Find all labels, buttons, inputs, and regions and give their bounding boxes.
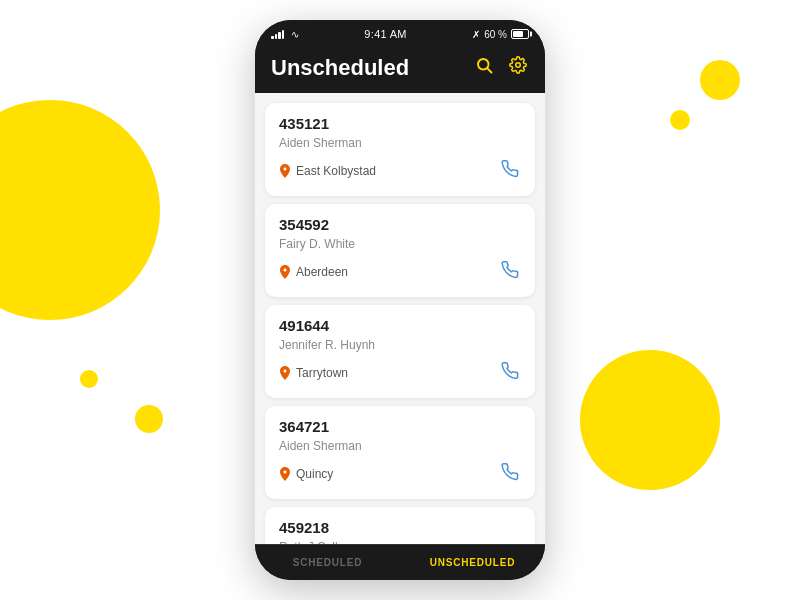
contact-card[interactable]: 435121 Aiden Sherman East Kolbystad bbox=[265, 103, 535, 196]
contact-name: Aiden Sherman bbox=[279, 439, 521, 453]
svg-line-1 bbox=[487, 68, 491, 72]
contact-card[interactable]: 459218 Ruth J Calloway bbox=[265, 507, 535, 544]
status-bar: ∿ 9:41 AM ✗ 60 % bbox=[255, 20, 545, 46]
status-right: ✗ 60 % bbox=[472, 29, 529, 40]
contact-city: Tarrytown bbox=[296, 366, 348, 380]
top-nav: Unscheduled bbox=[255, 46, 545, 93]
contact-id: 354592 bbox=[279, 216, 521, 233]
card-bottom: Quincy bbox=[279, 461, 521, 487]
status-time: 9:41 AM bbox=[364, 28, 406, 40]
bg-circle-5 bbox=[80, 370, 98, 388]
phone-icon bbox=[501, 261, 519, 279]
contact-card[interactable]: 491644 Jennifer R. Huynh Tarrytown bbox=[265, 305, 535, 398]
tab-unscheduled[interactable]: UNSCHEDULED bbox=[400, 545, 545, 580]
phone-icon bbox=[501, 463, 519, 481]
bg-circle-4 bbox=[670, 110, 690, 130]
nav-icons bbox=[473, 54, 529, 81]
contact-city: East Kolbystad bbox=[296, 164, 376, 178]
card-bottom: East Kolbystad bbox=[279, 158, 521, 184]
contact-location: Aberdeen bbox=[279, 265, 348, 279]
call-button[interactable] bbox=[499, 259, 521, 285]
contact-card[interactable]: 364721 Aiden Sherman Quincy bbox=[265, 406, 535, 499]
call-button[interactable] bbox=[499, 158, 521, 184]
tab-bar: SCHEDULED UNSCHEDULED bbox=[255, 544, 545, 580]
contact-name: Aiden Sherman bbox=[279, 136, 521, 150]
bg-circle-2 bbox=[580, 350, 720, 490]
battery-icon bbox=[511, 29, 529, 39]
contact-id: 459218 bbox=[279, 519, 521, 536]
contact-id: 435121 bbox=[279, 115, 521, 132]
contact-location: East Kolbystad bbox=[279, 164, 376, 178]
page-title: Unscheduled bbox=[271, 55, 409, 81]
contact-name: Jennifer R. Huynh bbox=[279, 338, 521, 352]
bluetooth-icon: ✗ bbox=[472, 29, 480, 40]
contact-id: 364721 bbox=[279, 418, 521, 435]
phone-icon bbox=[501, 160, 519, 178]
phone-icon bbox=[501, 362, 519, 380]
wifi-icon: ∿ bbox=[291, 29, 299, 40]
status-left: ∿ bbox=[271, 29, 299, 40]
contact-city: Aberdeen bbox=[296, 265, 348, 279]
call-button[interactable] bbox=[499, 360, 521, 386]
settings-button[interactable] bbox=[507, 54, 529, 81]
contact-city: Quincy bbox=[296, 467, 333, 481]
card-bottom: Aberdeen bbox=[279, 259, 521, 285]
location-pin-icon bbox=[279, 467, 291, 481]
location-pin-icon bbox=[279, 366, 291, 380]
contact-name: Fairy D. White bbox=[279, 237, 521, 251]
search-button[interactable] bbox=[473, 54, 495, 81]
location-pin-icon bbox=[279, 164, 291, 178]
call-button[interactable] bbox=[499, 461, 521, 487]
contact-location: Tarrytown bbox=[279, 366, 348, 380]
battery-percent: 60 % bbox=[484, 29, 507, 40]
tab-scheduled[interactable]: SCHEDULED bbox=[255, 545, 400, 580]
bg-circle-1 bbox=[0, 100, 160, 320]
contact-card[interactable]: 354592 Fairy D. White Aberdeen bbox=[265, 204, 535, 297]
contact-id: 491644 bbox=[279, 317, 521, 334]
bg-circle-3 bbox=[700, 60, 740, 100]
gear-icon bbox=[509, 56, 527, 74]
svg-point-2 bbox=[516, 63, 521, 68]
card-bottom: Tarrytown bbox=[279, 360, 521, 386]
contact-list: 435121 Aiden Sherman East Kolbystad 3545… bbox=[255, 93, 545, 544]
search-icon bbox=[475, 56, 493, 74]
bg-circle-6 bbox=[135, 405, 163, 433]
signal-icon bbox=[271, 29, 284, 39]
location-pin-icon bbox=[279, 265, 291, 279]
phone-frame: ∿ 9:41 AM ✗ 60 % Unscheduled bbox=[255, 20, 545, 580]
contact-location: Quincy bbox=[279, 467, 333, 481]
